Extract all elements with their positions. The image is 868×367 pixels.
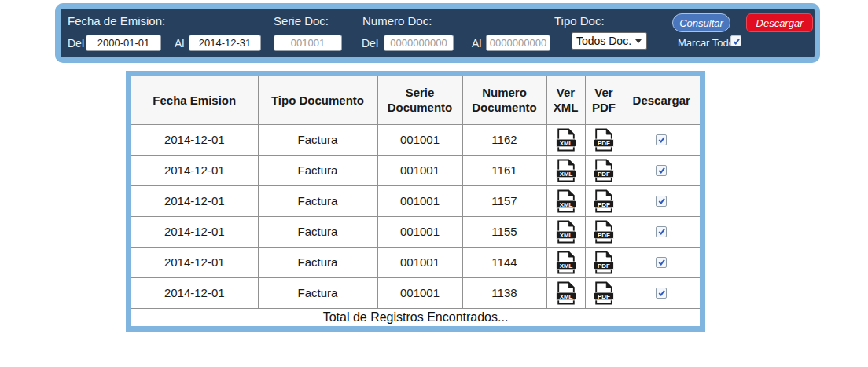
numero-al-input[interactable]	[486, 35, 550, 51]
ver-pdf-cell: PDF	[585, 155, 623, 185]
chevron-down-icon	[635, 39, 642, 43]
header-fecha-emision: Fecha Emision	[131, 76, 258, 124]
descargar-cell	[623, 216, 700, 247]
numero-doc-label: Numero Doc:	[362, 15, 432, 28]
serie-doc-input[interactable]	[274, 35, 342, 51]
fecha-emision-cell: 2014-12-01	[131, 185, 258, 216]
tipo-documento-cell: Factura	[258, 185, 377, 216]
numero-documento-cell: 1161	[462, 155, 546, 185]
numero-documento-cell: 1157	[462, 185, 546, 216]
svg-text:PDF: PDF	[598, 262, 610, 270]
row-descargar-checkbox[interactable]	[656, 288, 667, 299]
consultar-button[interactable]: Consultar	[672, 13, 730, 32]
pdf-file-icon[interactable]: PDF	[593, 128, 615, 152]
svg-text:XML: XML	[559, 140, 572, 147]
check-icon	[657, 288, 666, 297]
numero-al-label: Al	[472, 37, 481, 50]
svg-text:PDF: PDF	[598, 232, 610, 239]
numero-documento-cell: 1138	[462, 277, 546, 308]
ver-xml-cell: XML	[546, 155, 585, 185]
serie-documento-cell: 001001	[377, 216, 462, 247]
table-row: 2014-12-01 Factura 001001 1144 XML PDF	[131, 247, 700, 277]
fecha-al-label: Al	[175, 37, 184, 50]
tipo-documento-cell: Factura	[258, 247, 377, 277]
ver-pdf-cell: PDF	[585, 247, 623, 277]
svg-text:PDF: PDF	[598, 140, 610, 147]
xml-file-icon[interactable]: XML	[555, 189, 577, 213]
pdf-file-icon[interactable]: PDF	[593, 281, 615, 305]
fecha-del-input[interactable]	[86, 35, 161, 51]
pdf-file-icon[interactable]: PDF	[593, 189, 615, 213]
xml-file-icon[interactable]: XML	[555, 159, 577, 182]
row-descargar-checkbox[interactable]	[656, 257, 667, 268]
row-descargar-checkbox[interactable]	[656, 165, 667, 176]
serie-documento-cell: 001001	[377, 155, 462, 185]
check-icon	[657, 135, 666, 144]
ver-pdf-cell: PDF	[585, 277, 623, 308]
table-row: 2014-12-01 Factura 001001 1155 XML PDF	[131, 216, 700, 247]
fecha-emision-cell: 2014-12-01	[131, 124, 258, 155]
table-footer-row: Total de Registros Encontrados...	[131, 308, 700, 326]
header-descargar: Descargar	[623, 76, 700, 124]
table-row: 2014-12-01 Factura 001001 1162 XML PDF	[131, 124, 700, 155]
svg-text:XML: XML	[559, 201, 572, 208]
descargar-cell	[623, 124, 700, 155]
descargar-button[interactable]: Descargar	[746, 13, 813, 32]
xml-file-icon[interactable]: XML	[555, 220, 577, 244]
fecha-del-label: Del	[68, 37, 84, 50]
marcar-todos-checkbox[interactable]	[730, 35, 741, 46]
svg-text:XML: XML	[559, 262, 572, 270]
row-descargar-checkbox[interactable]	[656, 134, 667, 145]
xml-file-icon[interactable]: XML	[555, 281, 577, 305]
ver-xml-cell: XML	[546, 124, 585, 155]
serie-documento-cell: 001001	[377, 247, 462, 277]
pdf-file-icon[interactable]: PDF	[593, 220, 615, 244]
tipo-documento-cell: Factura	[258, 216, 377, 247]
table-body: 2014-12-01 Factura 001001 1162 XML PDF	[131, 124, 700, 308]
table-row: 2014-12-01 Factura 001001 1138 XML PDF	[131, 277, 700, 308]
xml-file-icon[interactable]: XML	[555, 251, 577, 274]
check-icon	[732, 37, 741, 46]
pdf-file-icon[interactable]: PDF	[593, 159, 615, 182]
row-descargar-checkbox[interactable]	[656, 196, 667, 207]
descargar-cell	[623, 185, 700, 216]
numero-documento-cell: 1144	[462, 247, 546, 277]
check-icon	[657, 227, 666, 236]
page: { "filter_bar": { "fecha_emision_label":…	[0, 0, 868, 367]
fecha-al-input[interactable]	[189, 35, 261, 51]
svg-text:XML: XML	[559, 232, 572, 239]
header-serie-documento: Serie Documento	[377, 76, 462, 124]
fecha-emision-cell: 2014-12-01	[131, 216, 258, 247]
svg-text:PDF: PDF	[598, 171, 610, 178]
row-descargar-checkbox[interactable]	[656, 226, 667, 237]
serie-documento-cell: 001001	[377, 185, 462, 216]
xml-file-icon[interactable]: XML	[555, 128, 577, 152]
fecha-emision-cell: 2014-12-01	[131, 247, 258, 277]
ver-pdf-cell: PDF	[585, 216, 623, 247]
tipo-doc-selected-value: Todos Doc.	[572, 35, 635, 47]
results-table: Fecha Emision Tipo Documento Serie Docum…	[131, 76, 700, 326]
tipo-documento-cell: Factura	[258, 155, 377, 185]
numero-del-input[interactable]	[384, 35, 454, 51]
descargar-cell	[623, 277, 700, 308]
pdf-file-icon[interactable]: PDF	[593, 251, 615, 274]
header-ver-pdf: Ver PDF	[585, 76, 623, 124]
results-table-panel: Fecha Emision Tipo Documento Serie Docum…	[126, 71, 705, 332]
descargar-cell	[623, 247, 700, 277]
ver-xml-cell: XML	[546, 247, 585, 277]
svg-text:XML: XML	[559, 293, 572, 300]
svg-text:PDF: PDF	[598, 201, 610, 208]
svg-text:PDF: PDF	[598, 293, 610, 300]
serie-documento-cell: 001001	[377, 277, 462, 308]
serie-doc-label: Serie Doc:	[274, 15, 329, 28]
tipo-doc-select[interactable]: Todos Doc.	[572, 32, 647, 50]
tipo-documento-cell: Factura	[258, 277, 377, 308]
ver-xml-cell: XML	[546, 277, 585, 308]
total-registros-text: Total de Registros Encontrados...	[131, 308, 700, 326]
serie-documento-cell: 001001	[377, 124, 462, 155]
ver-pdf-cell: PDF	[585, 124, 623, 155]
ver-pdf-cell: PDF	[585, 185, 623, 216]
fecha-emision-cell: 2014-12-01	[131, 155, 258, 185]
descargar-cell	[623, 155, 700, 185]
ver-xml-cell: XML	[546, 185, 585, 216]
